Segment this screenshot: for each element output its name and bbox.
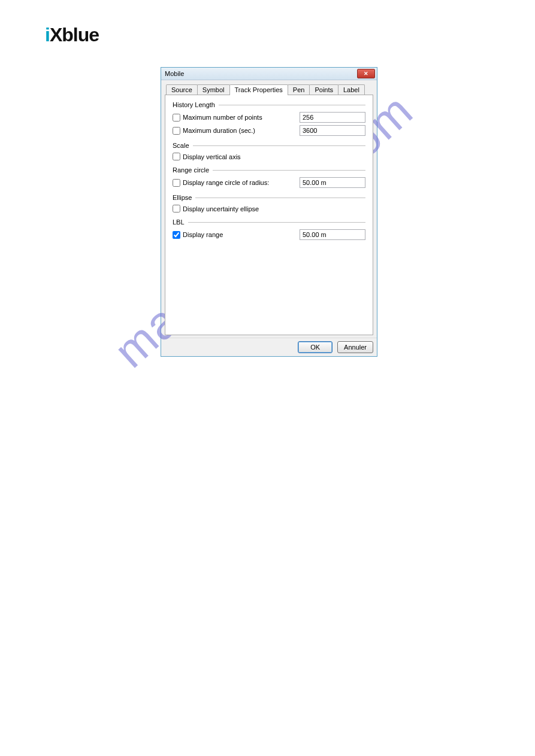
group-ellipse: Ellipse <box>173 194 365 201</box>
checkbox-max-duration[interactable] <box>173 127 180 135</box>
group-scale-text: Scale <box>173 142 189 149</box>
input-max-points[interactable] <box>300 112 365 123</box>
label-max-points: Maximum number of points <box>183 114 300 121</box>
checkbox-lbl-range[interactable] <box>173 231 180 239</box>
row-vertical-axis: Display vertical axis <box>173 153 365 160</box>
logo-accent: i <box>45 24 50 45</box>
label-max-duration: Maximum duration (sec.) <box>183 127 300 134</box>
group-scale: Scale <box>173 142 365 149</box>
logo-text: Xblue <box>50 24 99 45</box>
tabs: Source Symbol Track Properties Pen Point… <box>165 84 373 95</box>
checkbox-max-points[interactable] <box>173 114 180 122</box>
close-button[interactable]: ✕ <box>357 69 375 78</box>
input-lbl-range[interactable] <box>300 229 365 240</box>
group-range-circle: Range circle <box>173 166 365 174</box>
mobile-dialog: Mobile ✕ Source Symbol Track Properties … <box>161 67 377 357</box>
checkbox-vertical-axis[interactable] <box>173 153 180 160</box>
group-lbl-text: LBL <box>173 218 185 226</box>
label-lbl-range: Display range <box>183 231 300 238</box>
dialog-content: Source Symbol Track Properties Pen Point… <box>161 80 377 338</box>
label-vertical-axis: Display vertical axis <box>183 153 365 160</box>
tab-pen[interactable]: Pen <box>288 84 310 95</box>
group-lbl: LBL <box>173 218 365 226</box>
titlebar: Mobile ✕ <box>161 68 377 80</box>
group-history-text: History Length <box>173 101 215 108</box>
tab-source[interactable]: Source <box>166 84 198 95</box>
group-history-length: History Length <box>173 101 365 108</box>
group-ellipse-text: Ellipse <box>173 194 192 201</box>
checkbox-range-circle[interactable] <box>173 179 180 187</box>
tab-track-properties[interactable]: Track Properties <box>229 84 288 95</box>
row-range-circle: Display range circle of radius: <box>173 177 365 188</box>
ok-button[interactable]: OK <box>298 341 333 353</box>
row-max-duration: Maximum duration (sec.) <box>173 125 365 136</box>
tab-label[interactable]: Label <box>338 84 365 95</box>
tab-points[interactable]: Points <box>309 84 338 95</box>
label-ellipse: Display uncertainty ellipse <box>183 205 365 212</box>
brand-logo: iXblue <box>45 24 99 46</box>
input-range-circle[interactable] <box>300 177 365 188</box>
input-max-duration[interactable] <box>300 125 365 136</box>
close-icon: ✕ <box>364 71 368 77</box>
cancel-button[interactable]: Annuler <box>337 341 373 353</box>
row-max-points: Maximum number of points <box>173 112 365 123</box>
group-range-circle-text: Range circle <box>173 166 209 174</box>
tab-symbol[interactable]: Symbol <box>197 84 230 95</box>
row-lbl-range: Display range <box>173 229 365 240</box>
dialog-title: Mobile <box>165 70 184 77</box>
tab-panel-track-properties: History Length Maximum number of points … <box>165 95 373 335</box>
button-row: OK Annuler <box>161 338 377 356</box>
label-range-circle: Display range circle of radius: <box>183 179 300 186</box>
checkbox-ellipse[interactable] <box>173 205 180 212</box>
row-ellipse: Display uncertainty ellipse <box>173 205 365 212</box>
